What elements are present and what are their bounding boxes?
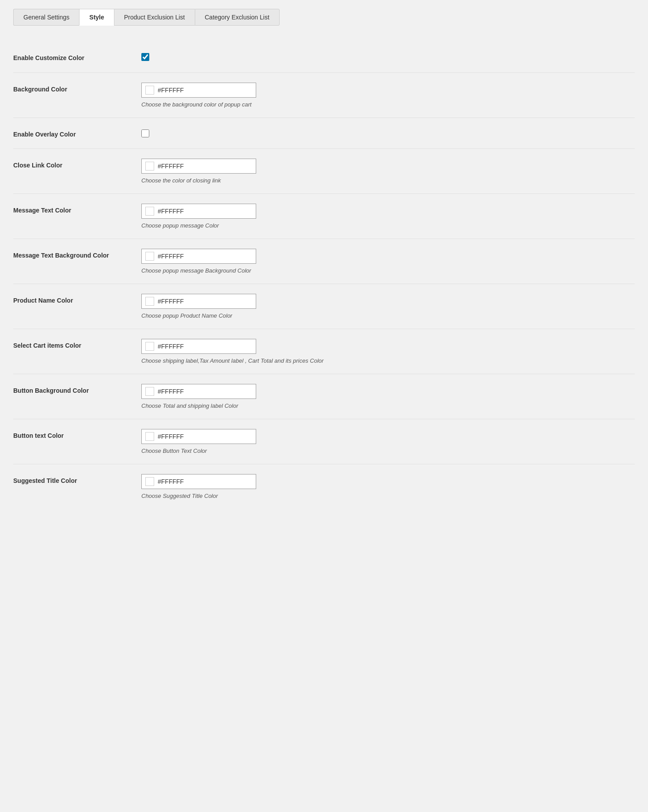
tab-product-exclusion[interactable]: Product Exclusion List (114, 9, 195, 26)
setting-row-product-name-color: Product Name Color#FFFFFFChoose popup Pr… (13, 286, 635, 327)
color-value-button-text-color: #FFFFFF (158, 433, 184, 440)
setting-hint-close-link-color: Choose the color of closing link (141, 177, 635, 184)
color-input-message-text-color[interactable]: #FFFFFF (141, 204, 256, 219)
separator-1 (13, 118, 635, 118)
setting-row-suggested-title-color: Suggested Title Color#FFFFFFChoose Sugge… (13, 466, 635, 507)
separator-9 (13, 464, 635, 464)
separator-5 (13, 284, 635, 284)
setting-label-button-text-color: Button text Color (13, 429, 141, 440)
color-input-product-name-color[interactable]: #FFFFFF (141, 294, 256, 309)
setting-hint-select-cart-items-color: Choose shipping label,Tax Amount label ,… (141, 357, 635, 364)
color-swatch-product-name-color (145, 297, 154, 306)
color-value-button-background-color: #FFFFFF (158, 388, 184, 395)
setting-label-product-name-color: Product Name Color (13, 294, 141, 305)
color-input-select-cart-items-color[interactable]: #FFFFFF (141, 339, 256, 354)
setting-label-enable-customize-color: Enable Customize Color (13, 51, 141, 63)
setting-hint-product-name-color: Choose popup Product Name Color (141, 312, 635, 319)
setting-hint-background-color: Choose the background color of popup car… (141, 101, 635, 108)
setting-control-product-name-color: #FFFFFFChoose popup Product Name Color (141, 294, 635, 319)
setting-control-background-color: #FFFFFFChoose the background color of po… (141, 83, 635, 108)
separator-3 (13, 194, 635, 194)
tab-category-exclusion[interactable]: Category Exclusion List (195, 9, 280, 26)
setting-control-enable-customize-color (141, 51, 635, 61)
setting-row-message-text-color: Message Text Color#FFFFFFChoose popup me… (13, 196, 635, 237)
setting-row-message-text-bg-color: Message Text Background Color#FFFFFFChoo… (13, 241, 635, 282)
page-wrapper: General SettingsStyleProduct Exclusion L… (0, 0, 648, 520)
color-value-message-text-bg-color: #FFFFFF (158, 253, 184, 260)
tab-style[interactable]: Style (79, 9, 114, 26)
color-input-button-text-color[interactable]: #FFFFFF (141, 429, 256, 444)
setting-label-background-color: Background Color (13, 83, 141, 94)
color-value-select-cart-items-color: #FFFFFF (158, 343, 184, 350)
color-swatch-button-background-color (145, 387, 154, 396)
checkbox-enable-customize-color[interactable] (141, 53, 149, 61)
separator-7 (13, 374, 635, 374)
tabs-container: General SettingsStyleProduct Exclusion L… (13, 9, 635, 26)
color-input-button-background-color[interactable]: #FFFFFF (141, 384, 256, 399)
checkbox-enable-overlay-color[interactable] (141, 129, 149, 137)
separator-8 (13, 419, 635, 419)
checkbox-wrapper-enable-customize-color (141, 51, 635, 61)
tab-general[interactable]: General Settings (13, 9, 79, 26)
separator-4 (13, 239, 635, 239)
setting-control-message-text-color: #FFFFFFChoose popup message Color (141, 204, 635, 229)
color-swatch-select-cart-items-color (145, 342, 154, 351)
color-swatch-button-text-color (145, 432, 154, 441)
color-input-background-color[interactable]: #FFFFFF (141, 83, 256, 98)
color-value-close-link-color: #FFFFFF (158, 163, 184, 170)
color-value-product-name-color: #FFFFFF (158, 298, 184, 305)
settings-container: Enable Customize ColorBackground Color#F… (13, 39, 635, 512)
setting-label-enable-overlay-color: Enable Overlay Color (13, 128, 141, 139)
setting-label-select-cart-items-color: Select Cart items Color (13, 339, 141, 350)
setting-row-select-cart-items-color: Select Cart items Color#FFFFFFChoose shi… (13, 331, 635, 372)
setting-control-enable-overlay-color (141, 128, 635, 137)
color-swatch-message-text-bg-color (145, 252, 154, 261)
color-swatch-close-link-color (145, 162, 154, 171)
color-swatch-suggested-title-color (145, 477, 154, 486)
color-value-suggested-title-color: #FFFFFF (158, 478, 184, 485)
setting-label-message-text-bg-color: Message Text Background Color (13, 249, 141, 260)
setting-control-select-cart-items-color: #FFFFFFChoose shipping label,Tax Amount … (141, 339, 635, 364)
setting-hint-message-text-bg-color: Choose popup message Background Color (141, 267, 635, 274)
setting-control-button-text-color: #FFFFFFChoose Button Text Color (141, 429, 635, 454)
setting-row-background-color: Background Color#FFFFFFChoose the backgr… (13, 75, 635, 116)
color-swatch-message-text-color (145, 207, 154, 216)
setting-control-button-background-color: #FFFFFFChoose Total and shipping label C… (141, 384, 635, 409)
separator-2 (13, 148, 635, 149)
setting-label-close-link-color: Close Link Color (13, 159, 141, 170)
setting-row-button-background-color: Button Background Color#FFFFFFChoose Tot… (13, 376, 635, 417)
color-value-background-color: #FFFFFF (158, 87, 184, 94)
setting-control-message-text-bg-color: #FFFFFFChoose popup message Background C… (141, 249, 635, 274)
separator-6 (13, 329, 635, 329)
separator-0 (13, 72, 635, 73)
setting-control-suggested-title-color: #FFFFFFChoose Suggested Title Color (141, 474, 635, 499)
color-swatch-background-color (145, 86, 154, 95)
checkbox-wrapper-enable-overlay-color (141, 128, 635, 137)
setting-hint-message-text-color: Choose popup message Color (141, 222, 635, 229)
setting-row-close-link-color: Close Link Color#FFFFFFChoose the color … (13, 151, 635, 192)
setting-label-message-text-color: Message Text Color (13, 204, 141, 215)
setting-row-enable-customize-color: Enable Customize Color (13, 43, 635, 71)
setting-control-close-link-color: #FFFFFFChoose the color of closing link (141, 159, 635, 184)
setting-hint-button-background-color: Choose Total and shipping label Color (141, 402, 635, 409)
color-input-message-text-bg-color[interactable]: #FFFFFF (141, 249, 256, 264)
setting-label-button-background-color: Button Background Color (13, 384, 141, 395)
setting-hint-button-text-color: Choose Button Text Color (141, 448, 635, 454)
color-input-close-link-color[interactable]: #FFFFFF (141, 159, 256, 174)
setting-label-suggested-title-color: Suggested Title Color (13, 474, 141, 486)
color-value-message-text-color: #FFFFFF (158, 208, 184, 215)
color-input-suggested-title-color[interactable]: #FFFFFF (141, 474, 256, 489)
setting-row-enable-overlay-color: Enable Overlay Color (13, 120, 635, 147)
setting-row-button-text-color: Button text Color#FFFFFFChoose Button Te… (13, 421, 635, 462)
setting-hint-suggested-title-color: Choose Suggested Title Color (141, 493, 635, 499)
